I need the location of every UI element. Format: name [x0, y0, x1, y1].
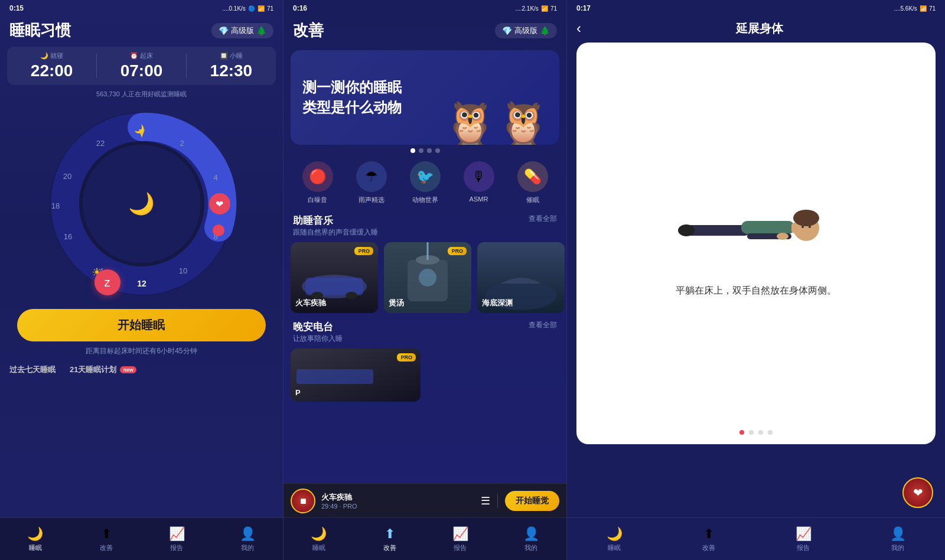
tab-profile-2[interactable]: 👤 我的	[496, 526, 566, 552]
tab-icon-sleep-1: 🌙	[27, 526, 43, 542]
tab-icon-report-2: 📈	[452, 526, 468, 542]
music-card-sea[interactable]: 海底深渊	[477, 242, 565, 313]
tab-label-improve-1: 改善	[100, 543, 113, 552]
tab-profile-3[interactable]: 👤 我的	[850, 526, 945, 552]
owl-illustration: 🦉🦉	[444, 102, 550, 145]
panel2-title: 改善	[293, 20, 324, 41]
tab-improve-3[interactable]: ⬆ 改善	[662, 526, 756, 552]
asmr-label: ASMR	[470, 196, 488, 203]
status-icons-2: ....2.1K/s 📶 71	[515, 5, 557, 12]
now-playing-thumb[interactable]: ⏹	[291, 489, 315, 513]
sleep-countdown: 距离目标起床时间还有6小时45分钟	[0, 346, 283, 356]
rain-icon: ☂	[356, 161, 387, 192]
clock-section: 563,730 人正在用好眠监测睡眠 0 2 4 6 8 10 12 1	[0, 90, 283, 304]
sleep-z-icon[interactable]: z	[94, 269, 120, 295]
bluetooth-icon-1: 🔵	[248, 5, 255, 12]
wakeup-item[interactable]: ⏰ 起床 07:00	[120, 51, 163, 80]
tab-icon-improve-3: ⬆	[703, 526, 714, 542]
rain-label: 雨声精选	[359, 196, 384, 204]
tab-improve-2[interactable]: ⬆ 改善	[354, 526, 425, 552]
sound-cat-rain[interactable]: ☂ 雨声精选	[356, 161, 387, 204]
tab-sleep-3[interactable]: 🌙 睡眠	[567, 526, 662, 552]
wifi-icon-1: 📶	[258, 5, 265, 12]
sound-cat-animals[interactable]: 🐦 动物世界	[410, 161, 441, 204]
panel2-header: 改善 💎 高级版 🌲	[284, 17, 566, 47]
asmr-icon: 🎙	[464, 161, 494, 192]
animals-icon: 🐦	[410, 161, 441, 192]
card-dot-1[interactable]	[739, 430, 744, 435]
music-more-btn[interactable]: 查看全部	[529, 214, 557, 224]
tab-profile-1[interactable]: 👤 我的	[212, 526, 283, 552]
tab-label-profile-3: 我的	[891, 543, 904, 552]
tab-report-1[interactable]: 📈 报告	[142, 526, 213, 552]
tab-icon-report-1: 📈	[169, 526, 185, 542]
tab-icon-profile-1: 👤	[240, 526, 256, 542]
nap-item[interactable]: 🔲 小睡 12:30	[210, 51, 253, 80]
tab-report-3[interactable]: 📈 报告	[756, 526, 850, 552]
tab-label-report-3: 报告	[797, 543, 810, 552]
status-time-1: 0:15	[9, 4, 24, 12]
heart-icon[interactable]: ❤	[209, 193, 230, 214]
panel3-header: ‹ 延展身体	[567, 17, 945, 43]
banner-title-line2: 类型是什么动物	[302, 97, 402, 118]
tab-sleep-2[interactable]: 🌙 睡眠	[284, 526, 354, 552]
bottom-tabs-2: 🌙 睡眠 ⬆ 改善 📈 报告 👤 我的	[284, 517, 566, 560]
tab-icon-report-3: 📈	[796, 526, 812, 542]
tab-icon-profile-2: 👤	[523, 526, 539, 542]
music-card-train[interactable]: 火车疾驰 PRO	[291, 242, 378, 313]
wifi-icon-2: 📶	[541, 5, 548, 12]
water-pro-badge: PRO	[448, 247, 467, 255]
now-playing-info: 火车疾驰 29:49 · PRO	[321, 492, 475, 510]
status-icons-1: ....0.1K/s 🔵 📶 71	[222, 5, 273, 12]
card-dot-4[interactable]	[768, 430, 773, 435]
sound-categories: 🔴 白噪音 ☂ 雨声精选 🐦 动物世界 🎙 ASMR 💊 催眠	[284, 157, 566, 209]
tab-sleep-1[interactable]: 🌙 睡眠	[0, 526, 71, 552]
radio-card-train[interactable]: P PRO	[291, 349, 421, 402]
clock-wrapper[interactable]: 0 2 4 6 8 10 12 14 16 18 20 22 🌙	[41, 103, 242, 304]
nap-label: 🔲 小睡	[210, 51, 253, 60]
banner-text: 测一测你的睡眠 类型是什么动物	[302, 77, 402, 117]
banner-card[interactable]: 测一测你的睡眠 类型是什么动物 🦉🦉	[291, 50, 559, 145]
panel-extend-body: 0:17 ....5.6K/s 📶 71 ‹ 延展身体	[567, 0, 945, 560]
back-button[interactable]: ‹	[576, 20, 595, 37]
playlist-icon[interactable]: ☰	[481, 494, 490, 507]
svg-rect-33	[296, 369, 373, 384]
plan-label[interactable]: 21天睡眠计划 new	[70, 364, 136, 375]
sound-cat-sleep[interactable]: 💊 催眠	[517, 161, 548, 204]
exercise-card: 平躺在床上，双手自然放在身体两侧。	[576, 43, 936, 444]
float-btn-icon: ❤	[913, 486, 923, 500]
tab-improve-1[interactable]: ⬆ 改善	[71, 526, 142, 552]
radio-title: 晚安电台	[293, 320, 343, 334]
radio-more-btn[interactable]: 查看全部	[529, 320, 557, 330]
svg-point-39	[793, 210, 819, 226]
sound-cat-whitenoise[interactable]: 🔴 白噪音	[302, 161, 333, 204]
weekly-label[interactable]: 过去七天睡眠	[9, 364, 56, 375]
tab-label-improve-3: 改善	[702, 543, 715, 552]
time-divider-1	[96, 54, 97, 78]
svg-text:12: 12	[137, 279, 146, 288]
premium-badge-2[interactable]: 💎 高级版 🌲	[495, 23, 557, 38]
float-action-button[interactable]: ❤	[902, 477, 933, 508]
music-title: 助睡音乐	[293, 214, 378, 227]
radio-sub: 让故事陪你入睡	[293, 334, 343, 344]
music-card-water[interactable]: 煲汤 PRO	[384, 242, 471, 313]
card-dot-3[interactable]	[758, 430, 763, 435]
bedtime-item[interactable]: 🌙 就寝 22:00	[31, 51, 73, 80]
moon-icon: 🌙	[40, 52, 48, 60]
svg-text:20: 20	[63, 172, 71, 181]
now-playing-start-btn[interactable]: 开始睡觉	[505, 491, 559, 511]
tab-report-2[interactable]: 📈 报告	[425, 526, 496, 552]
svg-rect-35	[741, 221, 794, 234]
status-time-2: 0:16	[293, 4, 307, 12]
sound-cat-asmr[interactable]: 🎙 ASMR	[464, 161, 494, 204]
users-count: 563,730 人正在用好眠监测睡眠	[96, 90, 187, 99]
svg-text:18: 18	[51, 201, 59, 210]
sleep-times-row: 🌙 就寝 22:00 ⏰ 起床 07:00 🔲 小睡 12:30	[7, 47, 276, 85]
sleep-cat-label: 催眠	[526, 196, 539, 204]
tab-label-sleep-3: 睡眠	[608, 543, 621, 552]
start-sleep-button[interactable]: 开始睡眠	[17, 309, 266, 341]
card-dot-2[interactable]	[749, 430, 754, 435]
premium-badge-1[interactable]: 💎 高级版 🌲	[211, 23, 273, 38]
radio-train-title: P	[295, 388, 301, 397]
radio-section-header: 晚安电台 让故事陪你入睡 查看全部	[284, 315, 566, 346]
